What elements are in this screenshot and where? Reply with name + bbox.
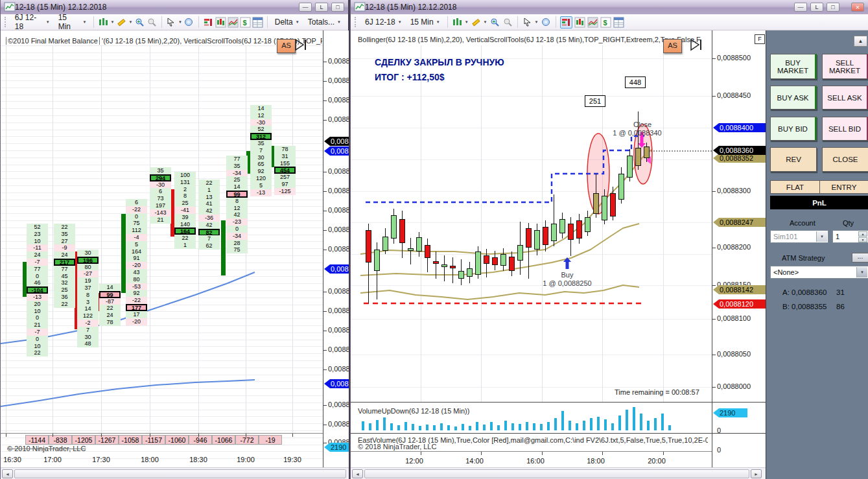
sell-ask-button[interactable]: SELL ASK — [822, 86, 868, 110]
interval-selector[interactable]: 15 Min ▼ — [407, 16, 443, 29]
footprint-cell: 8 — [226, 198, 248, 205]
dom-panel-icon[interactable] — [253, 17, 263, 28]
delta-total-cell: -946 — [189, 435, 212, 445]
reverse-button[interactable]: REV — [770, 147, 817, 172]
market-data-icon[interactable] — [587, 17, 598, 28]
zoom-in-icon[interactable]: + — [135, 17, 145, 28]
minimize-button[interactable]: — — [794, 3, 807, 12]
cursor-tool-icon[interactable] — [522, 17, 533, 28]
chevron-down-icon[interactable]: ▼ — [110, 20, 114, 24]
auto-scroll-button[interactable]: AS — [663, 39, 682, 53]
scrollbar-thumb[interactable] — [14, 469, 346, 478]
spinner-up-icon[interactable]: ▲ — [858, 231, 867, 237]
region-zoom-icon[interactable] — [541, 17, 552, 28]
atm-more-button[interactable]: ... — [852, 253, 868, 263]
scroll-right-button[interactable]: ► — [751, 469, 762, 478]
instrument-selector[interactable]: 6J 12-18 ▼ — [12, 11, 53, 33]
chevron-down-icon[interactable]: ▼ — [129, 20, 133, 24]
quantity-stepper[interactable]: 1 ▲ ▼ — [832, 230, 868, 243]
totals-selector[interactable]: Totals... ▼ — [305, 16, 344, 29]
entry-button[interactable]: ENTRY — [819, 180, 868, 194]
chevron-down-icon[interactable]: ▼ — [535, 20, 539, 24]
axis-tick — [712, 191, 716, 192]
restore-button[interactable]: □ — [331, 3, 344, 12]
chart-icon[interactable] — [574, 17, 585, 28]
right-price-axis[interactable]: 0,00885000,00884500,00883000,00882000,00… — [712, 30, 766, 467]
chevron-down-icon[interactable]: ▼ — [484, 20, 487, 24]
link-button[interactable]: L — [315, 3, 328, 12]
draw-pencil-icon[interactable] — [116, 17, 126, 28]
toolbar-grip[interactable] — [355, 17, 358, 27]
market-analyzer-icon[interactable] — [203, 17, 213, 28]
flat-button[interactable]: FLAT — [770, 180, 819, 194]
play-forward-icon[interactable] — [294, 38, 309, 51]
chart-style-icon[interactable] — [452, 17, 463, 28]
delta-selector[interactable]: Delta ▼ — [272, 16, 303, 29]
collapse-panel-button[interactable]: ▲ — [854, 36, 867, 47]
buy-bid-button[interactable]: BUY BID — [770, 117, 817, 141]
chart-icon[interactable] — [215, 17, 226, 28]
scroll-left-button[interactable]: ◄ — [2, 469, 13, 478]
market-analyzer-icon-selected[interactable] — [560, 16, 572, 29]
draw-pencil-icon[interactable] — [471, 17, 482, 28]
footprint-cell: -22 — [126, 297, 147, 304]
price-badge: 0,0088247 — [713, 218, 766, 227]
atm-strategy-selector[interactable]: <None> ▼ — [770, 266, 868, 279]
bar-count-label: 251 — [585, 95, 605, 107]
zoom-in-icon[interactable]: + — [489, 17, 500, 28]
buy-market-button[interactable]: BUY MARKET — [770, 54, 817, 79]
scrollbar-thumb[interactable] — [364, 469, 749, 478]
account-dollar-icon[interactable]: $ — [600, 17, 611, 28]
play-forward-icon[interactable] — [690, 38, 704, 51]
left-chart-area[interactable]: 522310-1124-777046-104-132010021-7010222… — [1, 30, 323, 467]
buy-ask-button[interactable]: BUY ASK — [770, 86, 817, 110]
zoom-out-icon[interactable] — [502, 17, 513, 28]
dom-panel-icon[interactable] — [613, 17, 624, 28]
footprint-cell: 122 — [77, 312, 99, 320]
sell-bid-button[interactable]: SELL BID — [822, 117, 868, 141]
restore-button[interactable]: □ — [827, 3, 839, 12]
close-button[interactable]: × — [851, 3, 864, 12]
chevron-down-icon[interactable]: ▼ — [816, 231, 827, 242]
left-price-axis[interactable]: 0,00880,00880,00880,00880,00880,00880,00… — [323, 30, 349, 467]
right-scrollbar[interactable]: ◄ ► — [351, 467, 766, 479]
instrument-selector[interactable]: 6J 12-18 ▼ — [362, 16, 405, 29]
volume-bar — [447, 425, 450, 430]
region-zoom-icon[interactable] — [184, 17, 194, 28]
time-tick — [101, 434, 102, 437]
price-tick-label: 0,0088 — [328, 226, 349, 233]
left-scrollbar[interactable]: ◄ — [1, 467, 349, 479]
market-data-icon[interactable] — [228, 17, 238, 28]
volume-bar — [668, 425, 671, 430]
footprint-cell: 196 — [77, 257, 99, 264]
footprint-cell: 21 — [27, 321, 48, 329]
minimize-button[interactable]: — — [299, 3, 312, 12]
volume-bar — [362, 421, 364, 430]
chevron-down-icon[interactable]: ▼ — [178, 20, 182, 24]
account-dollar-icon[interactable]: $ — [240, 17, 250, 28]
chart-style-icon[interactable] — [98, 17, 108, 28]
pnl-display[interactable]: PnL — [770, 196, 868, 209]
footprint-cell: 7 — [198, 235, 220, 242]
right-titlebar[interactable]: 6J 12-18 (15 Min) 12.12.2018 — L □ × — [351, 0, 868, 14]
link-button[interactable]: L — [810, 3, 823, 12]
volume-bar — [590, 418, 592, 430]
account-label: Account — [790, 219, 815, 227]
candle — [517, 245, 523, 261]
volume-bar — [611, 423, 614, 430]
auto-scroll-button[interactable]: AS — [277, 39, 296, 53]
spinner-down-icon[interactable]: ▼ — [858, 237, 867, 242]
toolbar-grip[interactable] — [5, 17, 8, 27]
sell-market-button[interactable]: SELL MARKET — [822, 54, 868, 79]
cursor-tool-icon[interactable] — [166, 17, 176, 28]
right-chart-area[interactable]: Bollinger(6J 12-18 (15 Min),2,20), Verti… — [351, 30, 712, 467]
focus-button[interactable]: F — [755, 34, 765, 44]
zoom-out-icon[interactable] — [147, 17, 158, 28]
account-selector[interactable]: Sim101 ▼ — [770, 230, 828, 243]
scroll-left-button[interactable]: ◄ — [352, 469, 363, 478]
delta-total-cell: -1066 — [212, 435, 235, 445]
chevron-down-icon[interactable]: ▼ — [465, 20, 469, 24]
chevron-down-icon[interactable]: ▼ — [856, 267, 867, 277]
interval-selector[interactable]: 15 Min ▼ — [55, 11, 90, 33]
close-position-button[interactable]: CLOSE — [822, 147, 868, 172]
